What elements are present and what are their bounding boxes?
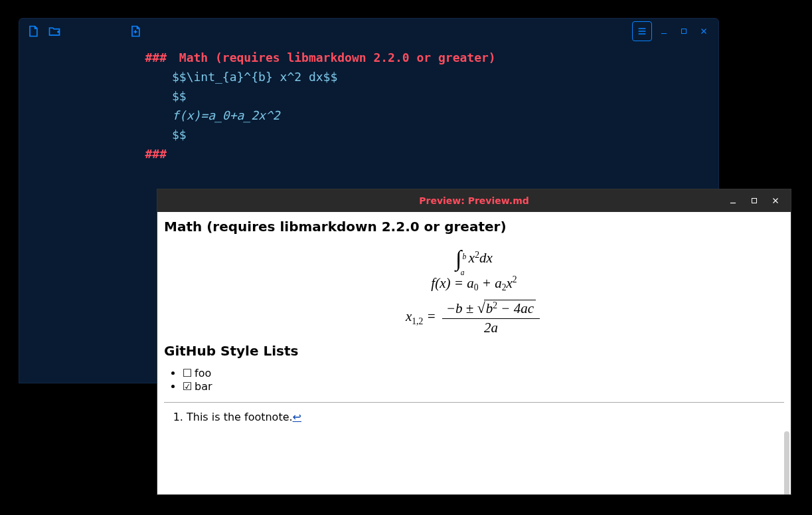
editor-text: f(x)=a_0+a_2x^2	[172, 106, 280, 125]
heading-marker: ###	[19, 144, 172, 163]
preview-heading-lists: GitHub Style Lists	[164, 343, 784, 359]
editor-toolbar	[19, 19, 718, 44]
footnote-item: This is the footnote.↩	[187, 411, 784, 423]
list-item: ☐foo	[183, 367, 784, 379]
footnote-backref[interactable]: ↩	[293, 411, 301, 423]
editor-text: $$	[172, 125, 187, 144]
checkbox-unchecked-icon[interactable]: ☐	[183, 367, 192, 379]
math-integral: ∫ba x2dx	[164, 243, 784, 268]
list-item: ☑bar	[183, 380, 784, 393]
scrollbar-thumb[interactable]	[784, 431, 789, 494]
footnote-list: This is the footnote.↩	[187, 411, 784, 423]
preview-heading-math: Math (requires libmarkdown 2.2.0 or grea…	[164, 219, 784, 235]
math-polynomial: f(x) = a0 + a2x2	[164, 274, 784, 293]
maximize-button[interactable]	[676, 23, 692, 39]
svg-rect-1	[752, 199, 757, 203]
new-file-icon[interactable]	[26, 24, 41, 39]
editor-line: ### Math (requires libmarkdown 2.2.0 or …	[19, 48, 718, 67]
preview-title: Preview: Preview.md	[157, 195, 791, 206]
svg-rect-0	[682, 29, 687, 34]
footnote-separator	[164, 402, 784, 403]
minimize-button[interactable]	[656, 23, 672, 39]
preview-minimize-button[interactable]	[727, 195, 739, 207]
heading-marker: ###	[19, 48, 172, 67]
preview-body[interactable]: Math (requires libmarkdown 2.2.0 or grea…	[157, 212, 791, 494]
checkbox-checked-icon[interactable]: ☑	[183, 380, 192, 393]
preview-window: Preview: Preview.md Math (requires libma…	[157, 189, 791, 494]
math-quadratic: x1,2 = −b ± √b2 − 4ac 2a	[164, 300, 784, 336]
editor-heading: Math (requires libmarkdown 2.2.0 or grea…	[172, 48, 496, 67]
preview-titlebar[interactable]: Preview: Preview.md	[157, 189, 791, 212]
editor-text: $$\int_{a}^{b} x^2 dx$$	[172, 67, 337, 86]
open-file-icon[interactable]	[128, 24, 143, 39]
editor-text: $$	[172, 86, 187, 106]
task-list: ☐foo ☑bar	[183, 367, 784, 393]
new-folder-icon[interactable]	[47, 24, 62, 39]
preview-maximize-button[interactable]	[748, 195, 760, 207]
close-button[interactable]	[696, 23, 712, 39]
preview-close-button[interactable]	[770, 195, 781, 207]
editor-body[interactable]: ### Math (requires libmarkdown 2.2.0 or …	[19, 44, 718, 163]
menu-button[interactable]	[632, 21, 652, 41]
